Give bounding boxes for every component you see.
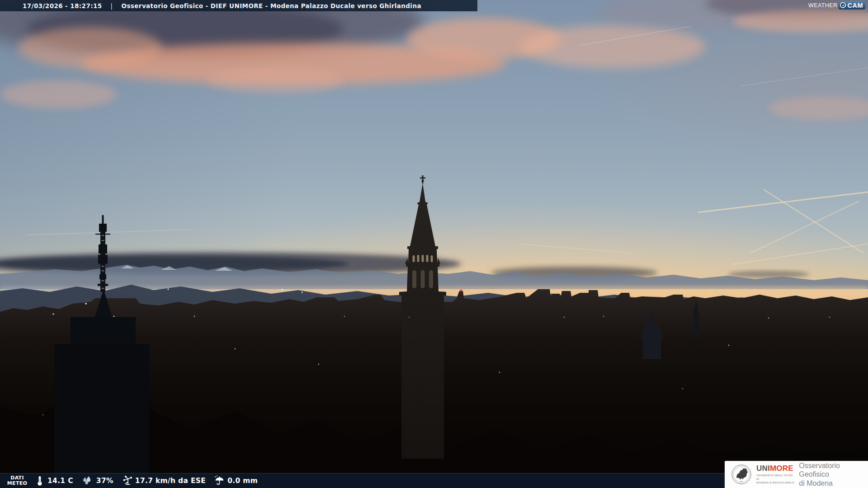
humidity-value: 37% <box>96 477 113 485</box>
contrails <box>27 26 868 264</box>
rain-umbrella-icon <box>214 475 225 486</box>
dati-meteo-label: DATI METEO <box>5 475 30 486</box>
red-beacon-light <box>460 290 462 292</box>
unimore-uni-text: UNI <box>756 464 770 473</box>
temperature-metric: 14.1 C <box>35 475 73 486</box>
wind-value: 17.7 km/h da ESE <box>135 477 206 485</box>
webcam-frame: 17/03/2026 - 18:27:15 | Osservatorio Geo… <box>0 0 868 488</box>
rain-metric: 0.0 mm <box>214 475 258 486</box>
camera-lens-icon <box>840 2 846 8</box>
unimore-more-text: MORE <box>770 464 793 473</box>
wind-metric: 17.7 km/h da ESE <box>122 475 206 486</box>
unimore-seal-icon <box>731 463 752 486</box>
unimore-wordmark: UNIMORE UNIVERSITÀ DEGLI STUDI DI MODENA… <box>756 465 794 484</box>
city-scene <box>0 0 868 488</box>
anemometer-icon <box>122 475 132 486</box>
humidity-drops-icon <box>81 475 94 486</box>
university-subtitle: UNIVERSITÀ DEGLI STUDI DI MODENA E REGGI… <box>756 474 794 484</box>
thermometer-icon <box>35 475 45 486</box>
weathercam-weather-label: Weather <box>808 2 837 9</box>
weathercam-logo[interactable]: Weather CAM <box>808 1 865 9</box>
separator: | <box>111 2 113 9</box>
top-bar: 17/03/2026 - 18:27:15 | Osservatorio Geo… <box>0 0 477 11</box>
ghirlandina-tower <box>399 175 446 459</box>
weathercam-cam-label: CAM <box>847 2 863 9</box>
weathercam-badge: CAM <box>839 1 865 9</box>
humidity-metric: 37% <box>81 475 113 486</box>
temperature-value: 14.1 C <box>47 477 73 485</box>
rain-value: 0.0 mm <box>227 477 258 485</box>
observatory-label: Osservatorio Geofisico di Modena <box>799 461 868 488</box>
camera-title: Osservatorio Geofisico - DIEF UNIMORE - … <box>122 2 421 9</box>
datetime-label: 17/03/2026 - 18:27:15 <box>23 2 102 9</box>
unimore-credit[interactable]: UNIMORE UNIVERSITÀ DEGLI STUDI DI MODENA… <box>725 461 868 488</box>
